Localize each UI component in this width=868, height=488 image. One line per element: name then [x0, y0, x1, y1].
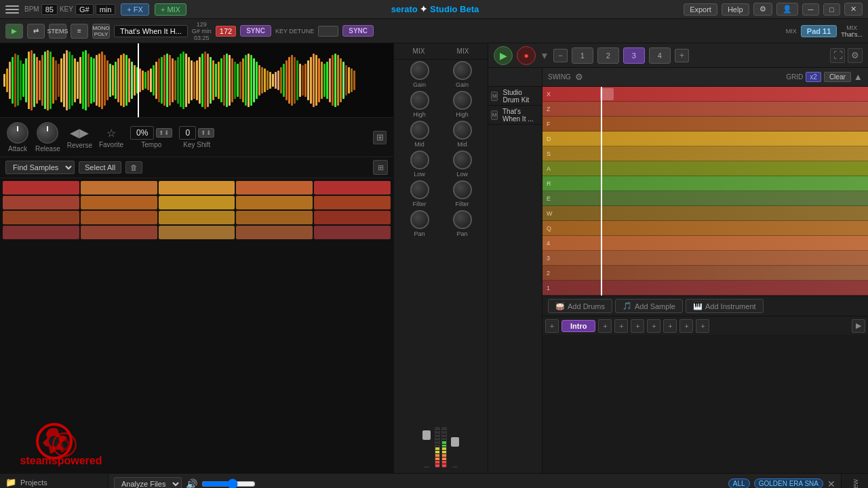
- mixer-high-knob-1[interactable]: [410, 91, 429, 110]
- scene-add-7[interactable]: +: [679, 319, 693, 333]
- mixer-pan-knob-2[interactable]: [453, 210, 472, 229]
- minimize-button[interactable]: ─: [802, 3, 820, 16]
- hamburger-menu[interactable]: [5, 3, 19, 16]
- key-input[interactable]: G#: [75, 4, 94, 15]
- piano-row[interactable]: W: [542, 206, 868, 221]
- fader-bar-left[interactable]: [424, 466, 429, 468]
- delete-button[interactable]: 🗑: [125, 161, 142, 174]
- pad-cell[interactable]: [159, 211, 235, 224]
- piano-row[interactable]: X: [542, 87, 868, 102]
- waveform-area[interactable]: [0, 43, 393, 118]
- grid-view-btn[interactable]: ⊞: [373, 160, 388, 175]
- export-button[interactable]: Export: [684, 3, 717, 16]
- piano-row[interactable]: 4: [542, 236, 868, 251]
- scene-dropdown-btn[interactable]: ▼: [540, 50, 549, 61]
- favorite-button[interactable]: ☆: [106, 127, 116, 140]
- tempo-arrows[interactable]: ⬆⬇: [156, 128, 172, 138]
- analyze-dropdown[interactable]: Analyze Files: [114, 477, 182, 489]
- expand-btn[interactable]: ▲: [854, 72, 863, 82]
- add-sample-button[interactable]: 🎵 Add Sample: [615, 299, 683, 313]
- maximize-button[interactable]: □: [823, 3, 840, 16]
- sync-button[interactable]: SYNC: [240, 25, 271, 37]
- account-button[interactable]: 👤: [776, 3, 798, 16]
- fader-bar-right[interactable]: [452, 466, 458, 468]
- reverse-button[interactable]: ◀▶: [70, 125, 89, 140]
- loop-button[interactable]: ⇄: [27, 24, 45, 39]
- piano-row[interactable]: 2: [542, 266, 868, 281]
- piano-row[interactable]: S: [542, 146, 868, 161]
- scene-add-6[interactable]: +: [663, 319, 677, 333]
- piano-row[interactable]: D: [542, 131, 868, 146]
- tempo-display[interactable]: 0%: [130, 126, 154, 140]
- release-knob[interactable]: [37, 122, 58, 144]
- scene-num-2[interactable]: 2: [597, 47, 619, 64]
- mixer-filter-knob-2[interactable]: [453, 180, 472, 199]
- piano-row[interactable]: Z: [542, 102, 868, 117]
- mixer-filter-knob-1[interactable]: [410, 180, 429, 199]
- scene-num-3[interactable]: 3: [623, 47, 645, 64]
- find-samples-dropdown[interactable]: Find Samples: [5, 161, 75, 174]
- scene-num-1[interactable]: 1: [572, 47, 593, 64]
- pad-cell[interactable]: [236, 226, 313, 239]
- bpm-input[interactable]: 85: [41, 4, 58, 15]
- scene-minus-btn[interactable]: −: [553, 49, 568, 62]
- piano-row[interactable]: A: [542, 161, 868, 176]
- pad-cell[interactable]: [3, 181, 79, 195]
- keyshift-arrows[interactable]: ⬆⬇: [198, 128, 214, 138]
- sync2-button[interactable]: SYNC: [342, 25, 374, 37]
- volume-slider[interactable]: [201, 479, 256, 489]
- stems-button[interactable]: STEMS: [49, 24, 66, 39]
- waveform-view-btn[interactable]: ≡: [71, 24, 88, 39]
- pad-cell[interactable]: [81, 211, 157, 224]
- help-button[interactable]: Help: [722, 3, 749, 16]
- mixer-gain-knob-1[interactable]: [410, 61, 429, 80]
- piano-row[interactable]: E: [542, 191, 868, 206]
- close-button[interactable]: ✕: [844, 3, 863, 16]
- golden-era-tag[interactable]: GOLDEN ERA SNA: [754, 479, 823, 488]
- fader-thumb-left[interactable]: [422, 430, 431, 440]
- scene-expand-right[interactable]: ▶: [852, 319, 865, 333]
- pattern-grid-btn[interactable]: ⊞: [373, 131, 387, 144]
- attack-knob[interactable]: [7, 122, 28, 144]
- mixer-mid-knob-1[interactable]: [410, 121, 429, 140]
- fader-thumb-right[interactable]: [451, 437, 459, 447]
- settings-scene-btn[interactable]: ⚙: [848, 48, 863, 63]
- mono-poly-btn[interactable]: MONOPOLY: [92, 24, 110, 39]
- swing-settings-btn[interactable]: ⚙: [575, 72, 583, 82]
- fx-button[interactable]: + FX: [121, 3, 149, 16]
- speaker-icon[interactable]: 🔊: [186, 479, 197, 489]
- scene-rec-btn[interactable]: ●: [517, 46, 536, 65]
- piano-row[interactable]: 3: [542, 251, 868, 266]
- pad-cell[interactable]: [314, 196, 391, 209]
- scene-num-4[interactable]: 4: [649, 47, 671, 64]
- all-tag[interactable]: ALL: [728, 479, 750, 488]
- mode-input[interactable]: min: [96, 4, 116, 15]
- keyshift-display[interactable]: 0: [179, 126, 196, 140]
- pad-cell[interactable]: [81, 226, 157, 239]
- pad-cell[interactable]: [236, 181, 313, 195]
- pad-cell[interactable]: [236, 196, 313, 209]
- mixer-low-knob-1[interactable]: [410, 150, 429, 169]
- scene-add-2[interactable]: +: [598, 319, 612, 333]
- scene-add-left[interactable]: +: [545, 319, 559, 333]
- mixer-pan-knob-1[interactable]: [410, 210, 429, 229]
- scene-add-3[interactable]: +: [614, 319, 628, 333]
- select-all-button[interactable]: Select All: [79, 161, 121, 174]
- piano-row[interactable]: R: [542, 176, 868, 191]
- pad-cell[interactable]: [3, 226, 79, 239]
- scene-add-4[interactable]: +: [631, 319, 644, 333]
- mixer-gain-knob-2[interactable]: [453, 61, 472, 80]
- scene-plus-btn[interactable]: +: [675, 49, 689, 62]
- play-button[interactable]: ▶: [5, 24, 23, 39]
- pad-cell[interactable]: [159, 226, 235, 239]
- pad-cell[interactable]: [159, 196, 235, 209]
- clear-filter-btn[interactable]: ✕: [827, 479, 835, 489]
- fullscreen-btn[interactable]: ⛶: [830, 48, 845, 63]
- mute-melody-btn[interactable]: M: [491, 110, 498, 120]
- pad-cell[interactable]: [236, 211, 313, 224]
- pad-cell[interactable]: [314, 181, 391, 195]
- settings-button[interactable]: ⚙: [753, 3, 772, 16]
- add-instrument-button[interactable]: 🎹 Add Instrument: [686, 299, 764, 313]
- mixer-high-knob-2[interactable]: [453, 91, 472, 110]
- mixer-mid-knob-2[interactable]: [453, 121, 472, 140]
